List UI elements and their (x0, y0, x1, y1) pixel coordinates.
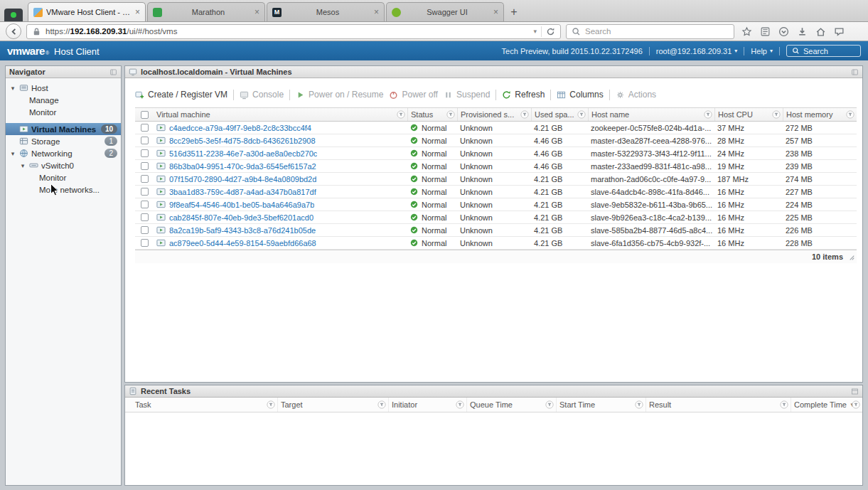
tab-vmware-host-client-localh[interactable]: VMware Host Client - localh...× (28, 2, 146, 21)
expander-icon[interactable]: ▾ (9, 150, 16, 157)
column-header-host-name[interactable]: Host name (588, 108, 714, 121)
sidebar-item-vswitch0[interactable]: ▾vSwitch0 (6, 159, 121, 171)
filter-icon[interactable] (577, 110, 586, 119)
vm-name-link[interactable]: cab2845f-807e-40eb-9de3-5bef6201acd0 (169, 213, 314, 222)
tasks-column-queue-time[interactable]: Queue Time (467, 398, 557, 412)
tab-mesos[interactable]: MMesos× (267, 2, 385, 21)
window-controls[interactable] (4, 9, 23, 21)
column-header-host-cpu[interactable]: Host CPU (714, 108, 783, 121)
table-row[interactable]: c4aedcce-a79a-49f7-9eb8-2c8c33bcc4f4Norm… (135, 122, 857, 134)
expander-icon[interactable]: ▾ (9, 85, 16, 92)
row-checkbox[interactable] (141, 201, 149, 208)
resize-grip-icon[interactable] (847, 252, 855, 261)
pin-icon[interactable] (109, 68, 117, 76)
row-checkbox[interactable] (141, 188, 149, 196)
row-checkbox[interactable] (141, 239, 149, 247)
sidebar-item-manage[interactable]: Manage (6, 94, 121, 106)
vm-name-link[interactable]: c4aedcce-a79a-49f7-9eb8-2c8c33bcc4f4 (169, 124, 311, 132)
app-search-field[interactable]: Search (786, 45, 861, 57)
tab-marathon[interactable]: Marathon× (147, 2, 265, 21)
vm-name-link[interactable]: 86b3ba04-9951-470c-9da3-6545ef6157a2 (169, 162, 316, 171)
sidebar-item-monitor[interactable]: Monitor (6, 171, 121, 183)
filter-icon[interactable] (780, 400, 788, 409)
sidebar-item-virtual-machines[interactable]: Virtual Machines10 (6, 123, 121, 135)
column-header-used-spa[interactable]: Used spa... (531, 108, 588, 121)
browser-search-field[interactable]: Search (566, 24, 734, 39)
select-all-checkbox[interactable] (141, 111, 149, 119)
tasks-column-result[interactable]: Result (646, 398, 791, 412)
vm-name-link[interactable]: ac879ee0-5d44-4e59-8154-59aebfd66a68 (169, 239, 316, 247)
filter-icon[interactable] (772, 110, 781, 119)
chat-icon[interactable] (834, 26, 845, 37)
table-row[interactable]: 3baa1d83-759c-4d87-a4ad-a347b0a817dfNorm… (135, 186, 857, 198)
filter-icon[interactable] (852, 400, 860, 409)
vm-name-link[interactable]: 8a2ca19b-5af9-4343-b3c8-a76d241b05de (169, 226, 316, 235)
filter-icon[interactable] (377, 400, 386, 409)
columns-button[interactable]: Columns (557, 90, 603, 100)
tasks-column-target[interactable]: Target (278, 398, 389, 412)
star-icon[interactable] (741, 26, 752, 37)
tab-close-icon[interactable]: × (254, 7, 259, 17)
filter-icon[interactable] (397, 110, 405, 119)
filter-icon[interactable] (267, 400, 275, 409)
row-checkbox[interactable] (141, 124, 149, 132)
row-checkbox[interactable] (141, 149, 149, 157)
table-row[interactable]: ac879ee0-5d44-4e59-8154-59aebfd66a68Norm… (135, 237, 857, 250)
table-row[interactable]: 9f8eaf54-4546-40b1-be05-ba4a646a9a7bNorm… (135, 198, 857, 211)
sidebar-item-host[interactable]: ▾Host (6, 82, 121, 94)
table-row[interactable]: 07f15d70-2890-4d27-a9b4-8e4a0809bd2dNorm… (135, 173, 857, 186)
expander-icon[interactable]: ▾ (19, 162, 26, 169)
table-row[interactable]: 86b3ba04-9951-470c-9da3-6545ef6157a2Norm… (135, 160, 857, 173)
sidebar-item-storage[interactable]: Storage1 (6, 135, 121, 147)
help-menu[interactable]: Help▾ (751, 47, 773, 55)
sidebar-item-monitor[interactable]: Monitor (6, 106, 121, 118)
row-checkbox[interactable] (141, 162, 149, 170)
filter-icon[interactable] (446, 110, 455, 119)
tasks-column-initiator[interactable]: Initiator (389, 398, 467, 412)
tasks-column-complete-time[interactable]: Complete Time▼ (791, 398, 862, 412)
refresh-button[interactable]: Refresh (502, 90, 545, 100)
column-header-provisioned-s[interactable]: Provisioned s... (457, 108, 531, 121)
row-checkbox[interactable] (141, 137, 149, 144)
tasks-column-task[interactable]: Task (132, 398, 278, 412)
filter-icon[interactable] (635, 400, 643, 409)
vm-name-link[interactable]: 3baa1d83-759c-4d87-a4ad-a347b0a817df (169, 188, 316, 196)
url-dropdown-icon[interactable]: ▾ (533, 28, 537, 35)
vm-name-link[interactable]: 516d3511-2238-46e7-a30d-ae8a0ecb270c (169, 149, 317, 158)
filter-icon[interactable] (545, 400, 554, 409)
tab-close-icon[interactable]: × (374, 7, 379, 17)
table-row[interactable]: cab2845f-807e-40eb-9de3-5bef6201acd0Norm… (135, 211, 857, 224)
table-row[interactable]: 8cc29eb5-3e5f-4d75-8dcb-6436261b2908Norm… (135, 134, 857, 147)
table-row[interactable]: 8a2ca19b-5af9-4343-b3c8-a76d241b05deNorm… (135, 224, 857, 237)
reload-icon[interactable] (546, 27, 555, 36)
sidebar-item-networking[interactable]: ▾Networking2 (6, 147, 121, 159)
row-checkbox[interactable] (141, 213, 149, 221)
filter-icon[interactable] (520, 110, 529, 119)
filter-icon[interactable] (456, 400, 464, 409)
tab-close-icon[interactable]: × (135, 7, 140, 17)
tab-swagger-ui[interactable]: Swagger UI× (386, 2, 504, 21)
new-tab-button[interactable]: + (505, 2, 523, 21)
vm-name-link[interactable]: 8cc29eb5-3e5f-4d75-8dcb-6436261b2908 (169, 137, 316, 145)
back-button[interactable] (6, 23, 21, 39)
column-header-status[interactable]: Status (407, 108, 457, 121)
row-checkbox[interactable] (141, 175, 149, 183)
readlist-icon[interactable] (760, 26, 771, 37)
filter-icon[interactable] (704, 110, 712, 119)
home-icon[interactable] (815, 26, 826, 37)
url-bar[interactable]: https://192.168.209.31/ui/#/host/vms ▾ (26, 24, 561, 39)
pin-icon[interactable] (851, 68, 859, 76)
filter-icon[interactable] (846, 110, 854, 119)
expand-icon[interactable] (851, 388, 859, 395)
download-icon[interactable] (797, 26, 808, 37)
user-menu[interactable]: root@192.168.209.31▾ (656, 47, 738, 55)
table-row[interactable]: 516d3511-2238-46e7-a30d-ae8a0ecb270cNorm… (135, 147, 857, 160)
pocket-icon[interactable] (778, 26, 789, 37)
column-header-host-memory[interactable]: Host memory (783, 108, 857, 121)
column-header-virtual-machine[interactable]: Virtual machine (154, 108, 407, 121)
vm-name-link[interactable]: 07f15d70-2890-4d27-a9b4-8e4a0809bd2d (169, 175, 316, 183)
tab-close-icon[interactable]: × (493, 7, 498, 17)
tasks-column-start-time[interactable]: Start Time (557, 398, 646, 412)
sidebar-item-more-networks[interactable]: More networks... (6, 183, 121, 196)
vm-name-link[interactable]: 9f8eaf54-4546-40b1-be05-ba4a646a9a7b (169, 201, 314, 209)
